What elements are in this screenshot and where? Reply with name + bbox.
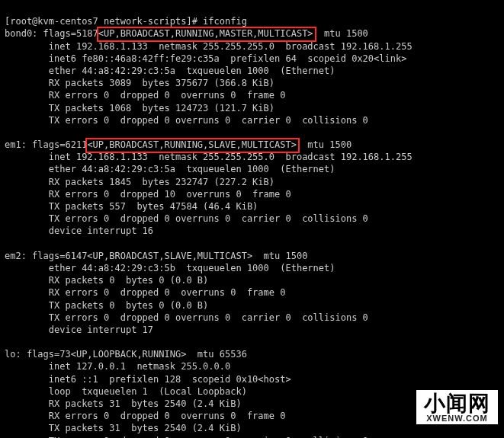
em2-line: TX errors 0 dropped 0 overruns 0 carrier… (5, 312, 368, 323)
lo-line: RX packets 31 bytes 2540 (2.4 KiB) (5, 398, 242, 409)
em2-line: ether 44:a8:42:29:c3:5b txqueuelen 1000 … (5, 263, 335, 273)
em1-line: RX packets 1845 bytes 232747 (227.2 KiB) (5, 177, 274, 187)
bond0-line: TX errors 0 dropped 0 overruns 0 carrier… (5, 115, 368, 126)
em1-flags: <UP,BROADCAST,RUNNING,SLAVE,MULTICAST> (87, 139, 297, 150)
watermark-title: 小闻网 (424, 393, 490, 414)
bond0-line: inet6 fe80::46a8:42ff:fe29:c35a prefixle… (5, 53, 406, 64)
bond0-line: inet 192.168.1.133 netmask 255.255.255.0… (5, 41, 413, 52)
em2-header: em2: flags=6147<UP,BROADCAST,SLAVE,MULTI… (5, 251, 307, 261)
em1-line: RX errors 0 dropped 10 overruns 0 frame … (5, 189, 291, 200)
lo-line: TX errors 0 dropped 0 overruns 0 carrier… (5, 436, 368, 438)
lo-line: inet 127.0.0.1 netmask 255.0.0.0 (5, 361, 230, 372)
em1-line: ether 44:a8:42:29:c3:5a txqueuelen 1000 … (5, 164, 335, 174)
bond0-flags: <UP,BROADCAST,RUNNING,MASTER,MULTICAST> (98, 28, 313, 39)
lo-header: lo: flags=73<UP,LOOPBACK,RUNNING> mtu 65… (5, 349, 247, 360)
em1-header-pre: em1: flags=6211 (5, 139, 87, 150)
lo-line: loop txqueuelen 1 (Local Loopback) (5, 386, 247, 397)
em1-line: device interrupt 16 (5, 225, 153, 236)
lo-line: TX packets 31 bytes 2540 (2.4 KiB) (5, 423, 242, 433)
watermark-subtitle: XWENW.COM (424, 414, 490, 423)
command-text: ifconfig (203, 16, 247, 27)
watermark: 小闻网 XWENW.COM (416, 390, 498, 424)
em1-line: inet 192.168.1.133 netmask 255.255.255.0… (5, 152, 413, 162)
em1-header-post: mtu 1500 (297, 139, 352, 150)
bond0-line: RX errors 0 dropped 0 overruns 0 frame 0 (5, 90, 285, 101)
lo-line: RX errors 0 dropped 0 overruns 0 frame 0 (5, 411, 285, 421)
em2-line: RX packets 0 bytes 0 (0.0 B) (5, 275, 208, 286)
em1-line: TX errors 0 dropped 0 overruns 0 carrier… (5, 213, 368, 224)
em2-line: RX errors 0 dropped 0 overruns 0 frame 0 (5, 287, 285, 298)
bond0-header-pre: bond0: flags=5187 (5, 28, 98, 39)
bond0-header-post: mtu 1500 (313, 28, 368, 39)
em2-line: device interrupt 17 (5, 325, 153, 335)
bond0-line: TX packets 1068 bytes 124723 (121.7 KiB) (5, 103, 274, 113)
em1-line: TX packets 557 bytes 47584 (46.4 KiB) (5, 201, 258, 212)
em2-line: TX packets 0 bytes 0 (0.0 B) (5, 300, 208, 311)
bond0-line: RX packets 3089 bytes 375677 (366.8 KiB) (5, 78, 274, 88)
shell-prompt: [root@kvm-centos7 network-scripts]# (5, 16, 203, 27)
bond0-line: ether 44:a8:42:29:c3:5a txqueuelen 1000 … (5, 66, 335, 76)
lo-line: inet6 ::1 prefixlen 128 scopeid 0x10<hos… (5, 374, 291, 385)
terminal-output: [root@kvm-centos7 network-scripts]# ifco… (0, 0, 504, 438)
